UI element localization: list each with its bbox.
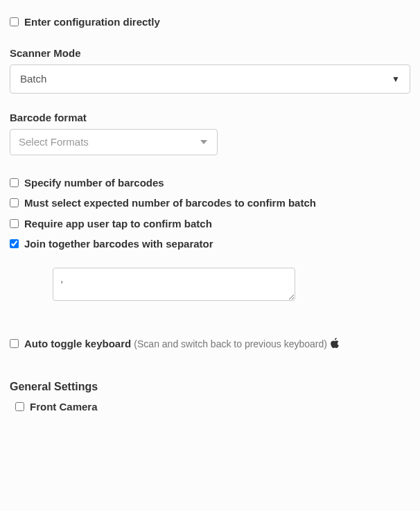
require-tap-label[interactable]: Require app user tap to confirm batch — [24, 217, 212, 231]
must-select-checkbox[interactable] — [10, 198, 19, 207]
specify-number-label[interactable]: Specify number of barcodes — [24, 176, 164, 190]
auto-toggle-checkbox[interactable] — [10, 339, 19, 348]
join-separator-row: Join together barcodes with separator — [10, 237, 410, 251]
specify-number-checkbox[interactable] — [10, 178, 19, 187]
scanner-mode-select[interactable]: Batch ▼ — [10, 64, 410, 94]
require-tap-checkbox[interactable] — [10, 219, 19, 228]
scanner-mode-label: Scanner Mode — [10, 47, 410, 59]
join-separator-checkbox[interactable] — [10, 239, 19, 248]
auto-toggle-row: Auto toggle keyboard (Scan and switch ba… — [10, 337, 410, 351]
general-settings-heading: General Settings — [10, 381, 410, 393]
front-camera-row: Front Camera — [15, 400, 410, 414]
enter-config-checkbox[interactable] — [10, 17, 19, 26]
settings-form: Enter configuration directly Scanner Mod… — [0, 0, 420, 432]
auto-toggle-label-text: Auto toggle keyboard — [24, 338, 131, 349]
require-tap-row: Require app user tap to confirm batch — [10, 217, 410, 231]
front-camera-label[interactable]: Front Camera — [30, 400, 98, 414]
auto-toggle-label[interactable]: Auto toggle keyboard (Scan and switch ba… — [24, 337, 340, 351]
must-select-row: Must select expected number of barcodes … — [10, 196, 410, 210]
specify-number-row: Specify number of barcodes — [10, 176, 410, 190]
enter-config-label[interactable]: Enter configuration directly — [24, 15, 160, 29]
barcode-format-label: Barcode format — [10, 112, 410, 123]
scanner-mode-value: Batch — [20, 73, 46, 85]
batch-options: Specify number of barcodes Must select e… — [10, 176, 410, 301]
barcode-format-select[interactable]: Select Formats — [10, 129, 218, 155]
join-separator-label[interactable]: Join together barcodes with separator — [24, 237, 213, 251]
apple-icon — [330, 338, 340, 349]
separator-input[interactable] — [53, 268, 295, 301]
barcode-format-placeholder: Select Formats — [19, 136, 89, 148]
front-camera-checkbox[interactable] — [15, 402, 24, 411]
chevron-down-icon — [200, 140, 207, 144]
chevron-down-icon: ▼ — [392, 74, 400, 84]
enter-config-row: Enter configuration directly — [10, 15, 410, 29]
auto-toggle-hint: (Scan and switch back to previous keyboa… — [134, 338, 327, 349]
must-select-label[interactable]: Must select expected number of barcodes … — [24, 196, 316, 210]
